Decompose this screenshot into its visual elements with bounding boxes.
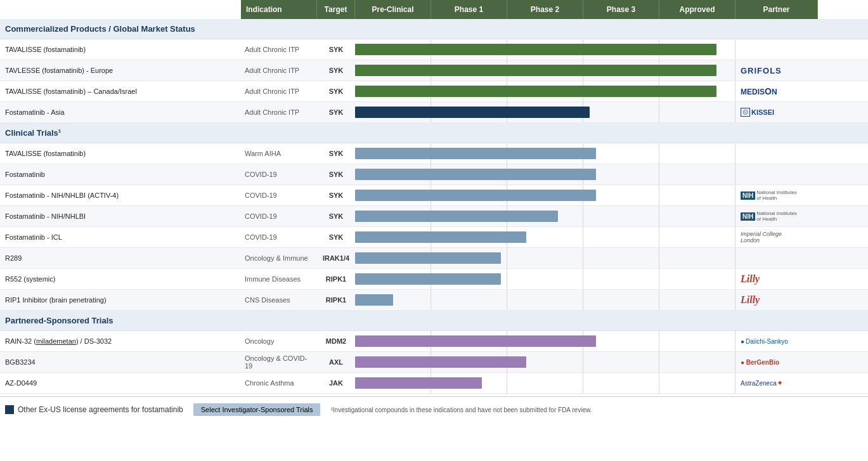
row-indication: COVID-19 [241, 189, 317, 202]
chart-column-bg [583, 290, 659, 310]
chart-column-bg [659, 206, 735, 226]
legend-label: Other Ex-US license agreements for fosta… [18, 405, 183, 414]
row-name: TAVALISSE (fostamatinib) [0, 147, 241, 160]
section-header-2: Partnered-Sponsored Trials [0, 311, 868, 331]
row-indication: Immune Diseases [241, 273, 317, 285]
row-partner [735, 152, 818, 155]
header-empty [0, 0, 241, 19]
row-chart [355, 60, 735, 81]
row-partner: Imperial CollegeLondon [735, 230, 818, 245]
table-row: RIP1 Inhibitor (brain penetrating)CNS Di… [0, 290, 868, 311]
header-preclinical: Pre-Clinical [355, 0, 431, 19]
row-target: MDM2 [317, 335, 355, 347]
row-name: Fostamatinib - NIH/NHLBI (ACTIV-4) [0, 189, 241, 202]
row-indication: Chronic Asthma [241, 377, 317, 389]
row-indication: Warm AIHA [241, 147, 317, 160]
chart-column-bg [583, 206, 659, 226]
row-chart [355, 248, 735, 268]
row-partner [735, 48, 818, 51]
row-chart [355, 164, 735, 185]
row-partner: MEDISON [735, 85, 818, 98]
section-title-1: Clinical Trials1 [0, 123, 868, 143]
row-indication: Adult Chronic ITP [241, 64, 317, 77]
row-chart [355, 269, 735, 289]
chart-column-bg [583, 373, 659, 393]
chart-column-bg [583, 248, 659, 268]
row-partner: NIHNational Institutesof Health [735, 209, 818, 223]
row-name: TAVLESSE (fostamatinib) - Europe [0, 64, 241, 77]
progress-bar [355, 252, 501, 264]
row-partner: AstraZeneca✦ [735, 377, 818, 389]
row-name: RAIN-32 (milademetan) / DS-3032 [0, 335, 241, 347]
row-chart [355, 206, 735, 226]
chart-column-bg [659, 164, 735, 185]
header-phase2: Phase 2 [507, 0, 583, 19]
chart-column-bg [659, 227, 735, 247]
table-row: FostamatinibCOVID-19SYK [0, 164, 868, 185]
pipeline-table: Indication Target Pre-Clinical Phase 1 P… [0, 0, 868, 422]
progress-bar [355, 86, 716, 97]
row-chart [355, 373, 735, 393]
progress-bar [355, 273, 501, 285]
table-body: Commercialized Products / Global Market … [0, 19, 868, 394]
row-target: SYK [317, 210, 355, 223]
row-indication: Oncology & Immune [241, 252, 317, 264]
chart-column-bg [507, 269, 583, 289]
header-target: Target [317, 0, 355, 19]
row-target: SYK [317, 85, 355, 98]
section-header-0: Commercialized Products / Global Market … [0, 19, 868, 39]
table-header: Indication Target Pre-Clinical Phase 1 P… [0, 0, 868, 19]
legend-box-dark [5, 405, 14, 414]
progress-bar [355, 377, 482, 389]
progress-bar [355, 169, 596, 180]
row-partner [735, 257, 818, 259]
table-row: TAVALISSE (fostamatinib) – Canada/Israel… [0, 81, 868, 102]
row-chart [355, 39, 735, 60]
legend-item: Other Ex-US license agreements for fosta… [5, 405, 183, 414]
row-partner: ☹KISSEI [735, 107, 818, 118]
table-row: AZ-D0449Chronic AsthmaJAKAstraZeneca✦ [0, 373, 868, 394]
row-partner [735, 173, 818, 176]
row-chart [355, 227, 735, 247]
header-phase1: Phase 1 [431, 0, 507, 19]
row-indication: Oncology & COVID-19 [241, 352, 317, 372]
row-name: R552 (systemic) [0, 273, 241, 285]
chart-column-bg [507, 373, 583, 393]
investigator-trials-button[interactable]: Select Investigator-Sponsored Trials [193, 403, 321, 416]
table-row: RAIN-32 (milademetan) / DS-3032OncologyM… [0, 331, 868, 352]
row-indication: CNS Diseases [241, 294, 317, 306]
row-target: SYK [317, 231, 355, 243]
progress-bar [355, 231, 526, 243]
progress-bar [355, 148, 596, 159]
row-target: SYK [317, 147, 355, 160]
row-target: RIPK1 [317, 294, 355, 306]
chart-column-bg [507, 248, 583, 268]
chart-column-bg [507, 290, 583, 310]
progress-bar [355, 107, 590, 118]
header-approved: Approved [659, 0, 735, 19]
chart-column-bg [583, 102, 659, 122]
table-row: R552 (systemic)Immune DiseasesRIPK1Lilly [0, 269, 868, 290]
row-chart [355, 102, 735, 122]
row-indication: Adult Chronic ITP [241, 85, 317, 98]
row-chart [355, 352, 735, 372]
chart-column-bg [659, 373, 735, 393]
row-indication: Adult Chronic ITP [241, 106, 317, 119]
row-target: SYK [317, 168, 355, 181]
row-target: JAK [317, 377, 355, 389]
table-row: R289Oncology & ImmuneIRAK1/4 [0, 248, 868, 269]
row-target: SYK [317, 189, 355, 202]
row-indication: Adult Chronic ITP [241, 43, 317, 56]
row-name: Fostamatinib - NIH/NHLBI [0, 210, 241, 223]
row-name: BGB3234 [0, 356, 241, 368]
chart-column-bg [659, 143, 735, 164]
row-chart [355, 81, 735, 101]
table-row: Fostamatinib - ICLCOVID-19SYKImperial Co… [0, 227, 868, 248]
section-title-0: Commercialized Products / Global Market … [0, 19, 868, 39]
chart-column-bg [659, 290, 735, 310]
table-row: TAVALISSE (fostamatinib)Adult Chronic IT… [0, 39, 868, 60]
section-title-2: Partnered-Sponsored Trials [0, 311, 868, 330]
row-partner: GRIFOLS [735, 65, 818, 77]
chart-column-bg [659, 269, 735, 289]
chart-column-bg [659, 185, 735, 205]
